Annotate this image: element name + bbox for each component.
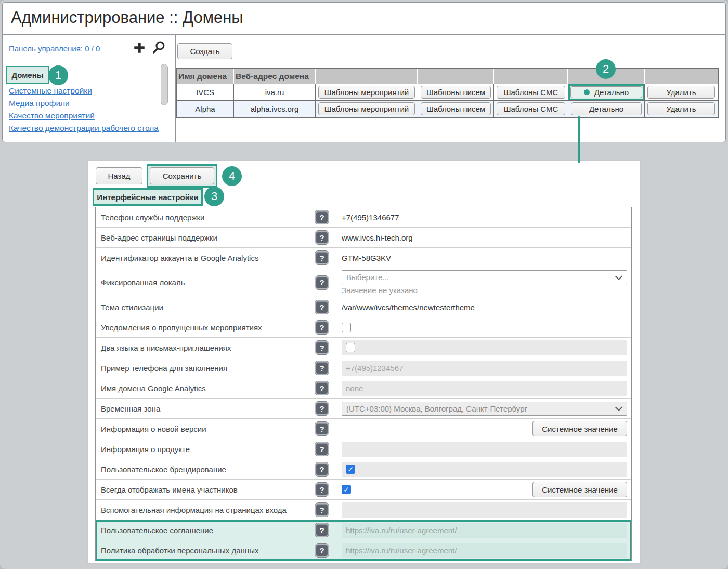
column-header-6 [645,69,718,84]
action-cell: Шаблоны писем [418,84,494,100]
checkbox-field: ✓ [342,462,627,477]
help-icon[interactable]: ? [315,422,329,435]
checkbox-input[interactable]: ✓ [342,485,351,494]
form-row: Телефон службы поддержки?+7(495)1346677 [96,207,631,228]
help-icon[interactable]: ? [315,341,329,354]
text-field-value[interactable]: +7(495)1346677 [342,213,399,222]
add-icon[interactable] [133,41,146,55]
form-row: Информация о продукте? [96,439,631,459]
field-value-cell [336,439,631,459]
help-icon[interactable]: ? [315,251,329,264]
form-row: Пример телефона для заполнения?+7(495)12… [96,358,631,378]
field-value-cell: none [336,378,631,398]
help-icon[interactable]: ? [315,544,329,557]
field-label: Тема стилизации [101,303,315,312]
help-icon[interactable]: ? [315,483,329,496]
templates-events-button[interactable]: Шаблоны мероприятий [318,102,415,115]
help-icon[interactable]: ? [315,523,329,537]
delete-button[interactable]: Удалить [647,86,715,99]
sidebar-item-0[interactable]: Системные настройки [9,85,161,97]
help-icon[interactable]: ? [315,462,329,476]
help-icon[interactable]: ? [315,321,329,334]
domains-table-header: Имя доменаВеб-адрес домена [177,69,718,84]
help-icon[interactable]: ? [315,276,329,289]
field-value-cell: +7(495)1234567 [336,358,631,378]
domains-table: Имя доменаВеб-адрес доменаIVCSiva.ruШабл… [176,68,719,118]
field-label: Имя домена Google Analytics [101,384,315,393]
field-label: Веб-адрес страницы поддержки [101,233,315,242]
create-button[interactable]: Создать [177,43,232,59]
help-cell: ? [315,503,336,517]
callout-badge-2: 2 [596,59,616,79]
checkbox-input[interactable] [342,323,351,332]
help-cell: ? [315,300,336,314]
help-icon[interactable]: ? [315,402,329,415]
form-row: Уведомления о пропущенных мероприятиях? [96,317,631,338]
select-input[interactable]: Выберите... [342,270,627,284]
action-cell: Детально [568,101,645,117]
callout-badge-4: 4 [222,166,242,186]
system-value-button[interactable]: Системное значение [532,421,627,436]
field-label: Пример телефона для заполнения [101,364,315,373]
templates-sms-button[interactable]: Шаблоны СМС [497,86,565,99]
text-field-value[interactable]: www.ivcs.hi-tech.org [342,233,413,242]
sidebar-item-2[interactable]: Качество мероприятий [9,110,161,122]
details-button[interactable]: Детально [571,102,642,115]
field-value-cell: GTM-58G3KV [336,248,631,268]
field-value-cell: https://iva.ru/ru/user-agreement/ [336,540,631,560]
form-row: Имя домена Google Analytics?none [96,378,631,399]
sidebar-item-1[interactable]: Медиа профили [9,97,161,110]
callout-badge-3: 3 [204,187,224,206]
text-field-value[interactable]: GTM-58G3KV [342,254,391,262]
templates-letters-button[interactable]: Шаблоны писем [421,86,491,99]
disabled-field: https://iva.ru/ru/user-agreement/ [342,543,627,558]
domain-web-cell: alpha.ivcs.org [234,101,316,117]
text-field-value[interactable]: /var/www/ivcs/themes/newtestertheme [342,303,475,312]
column-header-4 [494,69,568,84]
templates-sms-button[interactable]: Шаблоны СМС [497,102,565,115]
domain-name-cell: Alpha [177,101,234,117]
help-icon[interactable]: ? [315,300,329,314]
action-cell: Шаблоны мероприятий [316,101,418,117]
action-cell: Удалить [645,84,718,100]
help-icon[interactable]: ? [315,361,329,375]
callout-anchor-dot [584,89,590,95]
chevron-down-icon [615,272,622,280]
field-label: Вспомогательная информация на страницах … [101,506,315,514]
templates-events-button[interactable]: Шаблоны мероприятий [318,86,415,99]
page-title: Администрирование :: Домены [11,8,243,27]
control-panel-link[interactable]: Панель управления: 0 / 0 [9,44,100,53]
field-value-cell: www.ivcs.hi-tech.org [336,228,631,247]
help-icon[interactable]: ? [315,381,329,395]
help-cell: ? [315,251,336,264]
field-value-cell [336,317,631,337]
delete-button[interactable]: Удалить [647,102,715,115]
save-button-highlight: Сохранить [147,164,217,188]
sidebar-item-3[interactable]: Качество демонстрации рабочего стола [9,122,161,135]
help-icon[interactable]: ? [315,442,329,456]
help-icon[interactable]: ? [315,503,329,517]
back-button[interactable]: Назад [96,167,142,184]
field-value-cell: Системное значение [336,419,631,439]
field-label: Фиксированная локаль [101,278,315,287]
checkbox-input[interactable]: ✓ [346,465,355,474]
checkbox-input[interactable] [346,343,355,352]
save-button[interactable]: Сохранить [150,167,214,184]
help-cell: ? [315,321,336,334]
form-row: Два языка в письмах-приглашениях? [96,338,631,358]
sidebar-scrollbar-thumb[interactable] [161,64,168,105]
search-icon[interactable] [151,40,166,55]
details-button[interactable]: Детально [570,86,642,98]
field-label: Политика обработки персональных данных [101,546,315,555]
sidebar-item-domains-active[interactable]: Домены [6,66,49,84]
templates-letters-button[interactable]: Шаблоны писем [421,102,491,115]
system-value-button[interactable]: Системное значение [532,482,627,497]
title-divider [3,34,725,35]
help-icon[interactable]: ? [315,210,329,224]
field-value-cell: ✓Системное значение [336,480,631,499]
select-input[interactable]: (UTC+03:00) Москва, Волгоград, Санкт-Пет… [342,402,627,416]
help-cell: ? [315,210,336,224]
section-title-interface-settings: Интерфейсные настройки [93,188,203,206]
field-label: Информация о продукте [101,445,315,454]
help-icon[interactable]: ? [315,231,329,244]
